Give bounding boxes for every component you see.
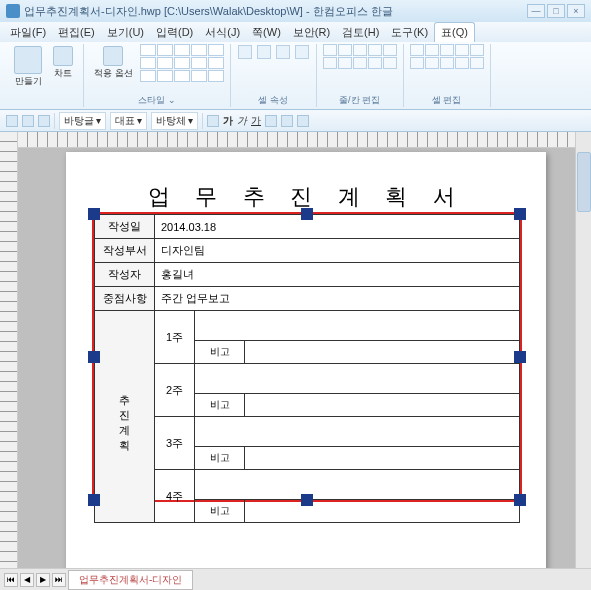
- resize-handle-tm[interactable]: [301, 208, 313, 220]
- row-author-label[interactable]: 작성자: [95, 263, 155, 287]
- menu-tools[interactable]: 도구(K): [385, 23, 434, 42]
- rowcol-btn[interactable]: [383, 57, 397, 69]
- style-cell[interactable]: [174, 70, 190, 82]
- resize-handle-mr[interactable]: [514, 351, 526, 363]
- cell[interactable]: [245, 500, 520, 523]
- celledit-btn[interactable]: [470, 57, 484, 69]
- tb-icon[interactable]: [6, 115, 18, 127]
- celledit-btn[interactable]: [425, 44, 439, 56]
- chart-button[interactable]: 차트: [49, 44, 77, 82]
- table-style-gallery[interactable]: [140, 44, 224, 82]
- plan-table[interactable]: 작성일2014.03.18 작성부서디자인팀 작성자홍길녀 중점사항주간 업무보…: [94, 214, 520, 523]
- style-cell[interactable]: [157, 57, 173, 69]
- note-label[interactable]: 비고: [195, 447, 245, 470]
- rowcol-btn[interactable]: [368, 57, 382, 69]
- style-cell[interactable]: [157, 44, 173, 56]
- rowcol-btn[interactable]: [323, 57, 337, 69]
- style-apply-button[interactable]: 적용 옵션: [90, 44, 137, 82]
- celledit-btn[interactable]: [440, 57, 454, 69]
- cell[interactable]: [245, 394, 520, 417]
- cell-prop-button[interactable]: [238, 45, 252, 59]
- vertical-ruler[interactable]: [0, 132, 18, 568]
- table-selection[interactable]: 작성일2014.03.18 작성부서디자인팀 작성자홍길녀 중점사항주간 업무보…: [92, 212, 522, 502]
- cell-prop-button[interactable]: [257, 45, 271, 59]
- cell[interactable]: [195, 470, 520, 500]
- italic-label[interactable]: 가: [237, 114, 247, 128]
- week-1[interactable]: 1주: [155, 311, 195, 364]
- resize-handle-tr[interactable]: [514, 208, 526, 220]
- tab-nav-next[interactable]: ▶: [36, 573, 50, 587]
- resize-handle-bl[interactable]: [88, 494, 100, 506]
- minimize-button[interactable]: —: [527, 4, 545, 18]
- row-date-value[interactable]: 2014.03.18: [155, 215, 520, 239]
- celledit-btn[interactable]: [470, 44, 484, 56]
- week-2[interactable]: 2주: [155, 364, 195, 417]
- style-cell[interactable]: [140, 44, 156, 56]
- style-cell[interactable]: [140, 70, 156, 82]
- underline-label[interactable]: 가: [251, 114, 261, 128]
- celledit-btn[interactable]: [455, 57, 469, 69]
- celledit-btn[interactable]: [425, 57, 439, 69]
- resize-handle-ml[interactable]: [88, 351, 100, 363]
- style-cell[interactable]: [191, 57, 207, 69]
- cell-prop-button[interactable]: [276, 45, 290, 59]
- row-focus-label[interactable]: 중점사항: [95, 287, 155, 311]
- cell-prop-button[interactable]: [295, 45, 309, 59]
- style-cell[interactable]: [208, 70, 224, 82]
- resize-handle-bm[interactable]: [301, 494, 313, 506]
- cell[interactable]: [195, 417, 520, 447]
- menu-input[interactable]: 입력(D): [150, 23, 199, 42]
- font-name-select[interactable]: 바탕체 ▾: [151, 112, 198, 130]
- row-date-label[interactable]: 작성일: [95, 215, 155, 239]
- celledit-btn[interactable]: [410, 44, 424, 56]
- note-label[interactable]: 비고: [195, 500, 245, 523]
- style-cell[interactable]: [174, 44, 190, 56]
- para-style-select[interactable]: 바탕글 ▾: [59, 112, 106, 130]
- bold-button[interactable]: [207, 115, 219, 127]
- cell[interactable]: [245, 341, 520, 364]
- rowcol-btn[interactable]: [338, 44, 352, 56]
- style-cell[interactable]: [157, 70, 173, 82]
- tb-icon[interactable]: [38, 115, 50, 127]
- menu-edit[interactable]: 편집(E): [52, 23, 101, 42]
- menu-format[interactable]: 서식(J): [199, 23, 246, 42]
- tb-icon[interactable]: [22, 115, 34, 127]
- tab-nav-prev[interactable]: ◀: [20, 573, 34, 587]
- row-author-value[interactable]: 홍길녀: [155, 263, 520, 287]
- canvas[interactable]: 업 무 추 진 계 획 서 작성일2014.03.18 작성부서디자인팀 작성자…: [18, 132, 575, 568]
- rowcol-btn[interactable]: [353, 44, 367, 56]
- menu-file[interactable]: 파일(F): [4, 23, 52, 42]
- week-3[interactable]: 3주: [155, 417, 195, 470]
- rowcol-btn[interactable]: [338, 57, 352, 69]
- document-page[interactable]: 업 무 추 진 계 획 서 작성일2014.03.18 작성부서디자인팀 작성자…: [66, 152, 546, 568]
- tb-icon[interactable]: [297, 115, 309, 127]
- style-cell[interactable]: [191, 70, 207, 82]
- table-create-button[interactable]: 만들기: [10, 44, 46, 90]
- plan-label-cell[interactable]: 추진계획: [95, 311, 155, 523]
- celledit-btn[interactable]: [440, 44, 454, 56]
- vertical-scrollbar[interactable]: [575, 132, 591, 568]
- week-4[interactable]: 4주: [155, 470, 195, 523]
- menu-security[interactable]: 보안(R): [287, 23, 336, 42]
- cell[interactable]: [245, 447, 520, 470]
- menu-table[interactable]: 표(Q): [434, 22, 475, 42]
- style-cell[interactable]: [191, 44, 207, 56]
- rowcol-btn[interactable]: [353, 57, 367, 69]
- font-family-select[interactable]: 대표 ▾: [110, 112, 147, 130]
- rowcol-btn[interactable]: [368, 44, 382, 56]
- rowcol-btn[interactable]: [323, 44, 337, 56]
- note-label[interactable]: 비고: [195, 394, 245, 417]
- cell[interactable]: [195, 311, 520, 341]
- menu-review[interactable]: 검토(H): [336, 23, 385, 42]
- tab-nav-first[interactable]: ⏮: [4, 573, 18, 587]
- tb-icon[interactable]: [265, 115, 277, 127]
- menu-page[interactable]: 쪽(W): [246, 23, 287, 42]
- style-cell[interactable]: [208, 44, 224, 56]
- row-focus-value[interactable]: 주간 업무보고: [155, 287, 520, 311]
- tb-icon[interactable]: [281, 115, 293, 127]
- resize-handle-br[interactable]: [514, 494, 526, 506]
- bold-label[interactable]: 가: [223, 114, 233, 128]
- style-cell[interactable]: [208, 57, 224, 69]
- celledit-btn[interactable]: [455, 44, 469, 56]
- style-cell[interactable]: [140, 57, 156, 69]
